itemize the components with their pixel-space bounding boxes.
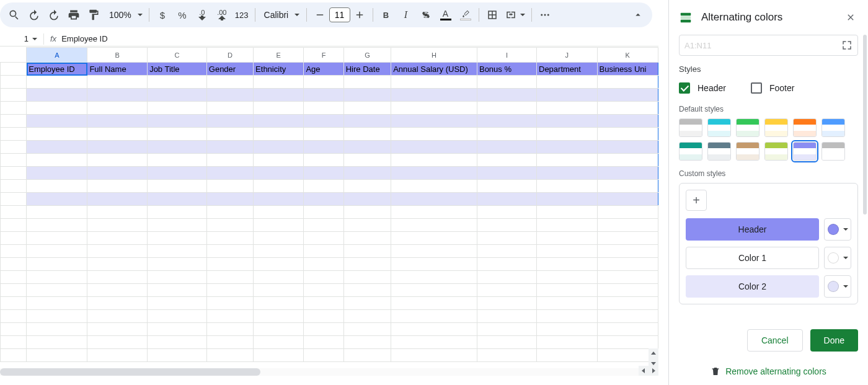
- cell[interactable]: [537, 258, 598, 271]
- cell[interactable]: [477, 310, 536, 323]
- name-box-dropdown[interactable]: [32, 38, 37, 40]
- cell[interactable]: [343, 323, 391, 336]
- cell[interactable]: [254, 323, 304, 336]
- decrease-decimal-button[interactable]: .0: [193, 6, 211, 24]
- merge-cells-dropdown[interactable]: [503, 6, 528, 24]
- cell[interactable]: [206, 245, 253, 258]
- cell[interactable]: [391, 232, 477, 245]
- cell[interactable]: [537, 115, 598, 128]
- cell[interactable]: [304, 154, 343, 167]
- cell[interactable]: [148, 219, 207, 232]
- cell[interactable]: Ethnicity: [254, 63, 304, 76]
- cell[interactable]: [477, 128, 536, 141]
- cell[interactable]: Full Name: [87, 63, 148, 76]
- column-header[interactable]: F: [304, 48, 343, 63]
- cell[interactable]: [254, 310, 304, 323]
- cell[interactable]: [87, 167, 148, 180]
- cell[interactable]: [343, 89, 391, 102]
- column-header[interactable]: D: [206, 48, 253, 63]
- cell[interactable]: [148, 141, 207, 154]
- cell[interactable]: [148, 323, 207, 336]
- apply-range-input[interactable]: A1:N11: [679, 35, 858, 56]
- cell[interactable]: [304, 336, 343, 349]
- cell[interactable]: [343, 193, 391, 206]
- cell[interactable]: [477, 258, 536, 271]
- cell[interactable]: [537, 271, 598, 284]
- column-header[interactable]: J: [537, 48, 598, 63]
- column-header[interactable]: A: [27, 48, 87, 63]
- cell[interactable]: [343, 167, 391, 180]
- cell[interactable]: [27, 167, 87, 180]
- spreadsheet-grid[interactable]: ABCDEFGHIJKEmployee IDFull NameJob Title…: [0, 47, 658, 376]
- cell[interactable]: [254, 245, 304, 258]
- cell[interactable]: [477, 180, 536, 193]
- color2-picker[interactable]: [824, 275, 851, 298]
- cell[interactable]: [148, 297, 207, 310]
- cell[interactable]: [87, 128, 148, 141]
- font-family-dropdown[interactable]: Calibri: [259, 6, 303, 24]
- cell[interactable]: [27, 180, 87, 193]
- cell[interactable]: [537, 323, 598, 336]
- cell[interactable]: [391, 219, 477, 232]
- cell[interactable]: [87, 310, 148, 323]
- cell[interactable]: [537, 297, 598, 310]
- preset-swatch[interactable]: [793, 142, 817, 161]
- cell[interactable]: [343, 297, 391, 310]
- cell[interactable]: [343, 232, 391, 245]
- cell[interactable]: [206, 76, 253, 89]
- cell[interactable]: [343, 245, 391, 258]
- cell[interactable]: [27, 219, 87, 232]
- cell[interactable]: [206, 297, 253, 310]
- cell[interactable]: [87, 102, 148, 115]
- cell[interactable]: [477, 271, 536, 284]
- cell[interactable]: [304, 115, 343, 128]
- cell[interactable]: [304, 128, 343, 141]
- horizontal-scrollbar[interactable]: [0, 368, 658, 376]
- cell[interactable]: [254, 154, 304, 167]
- cell[interactable]: [27, 128, 87, 141]
- cell[interactable]: [254, 297, 304, 310]
- cell[interactable]: [148, 89, 207, 102]
- increase-font-size-button[interactable]: [350, 6, 369, 24]
- cell[interactable]: [254, 349, 304, 362]
- decrease-font-size-button[interactable]: [311, 6, 329, 24]
- scroll-thumb[interactable]: [0, 368, 260, 376]
- cell[interactable]: [343, 180, 391, 193]
- cell[interactable]: [87, 154, 148, 167]
- cell[interactable]: [27, 349, 87, 362]
- color1-picker[interactable]: [824, 247, 851, 269]
- cell[interactable]: [206, 154, 253, 167]
- sidebar-scrollbar[interactable]: [863, 35, 867, 215]
- cell[interactable]: [254, 128, 304, 141]
- cell[interactable]: [477, 115, 536, 128]
- cell[interactable]: [87, 219, 148, 232]
- cell[interactable]: [148, 193, 207, 206]
- cell[interactable]: [477, 284, 536, 297]
- print-button[interactable]: [64, 6, 83, 24]
- cell[interactable]: [254, 206, 304, 219]
- cell[interactable]: [87, 89, 148, 102]
- name-box[interactable]: 1: [0, 32, 31, 46]
- cell[interactable]: [148, 284, 207, 297]
- preset-swatch[interactable]: [679, 118, 702, 137]
- cell[interactable]: [206, 310, 253, 323]
- redo-button[interactable]: [45, 6, 63, 24]
- cell[interactable]: [537, 128, 598, 141]
- cell[interactable]: [391, 336, 477, 349]
- cell[interactable]: [27, 245, 87, 258]
- cell[interactable]: [87, 349, 148, 362]
- font-size-input[interactable]: [329, 7, 350, 22]
- cell[interactable]: [87, 245, 148, 258]
- cell[interactable]: [391, 76, 477, 89]
- more-button[interactable]: [536, 6, 554, 24]
- cell[interactable]: [206, 128, 253, 141]
- cell[interactable]: [87, 180, 148, 193]
- cell[interactable]: [477, 323, 536, 336]
- cell[interactable]: [537, 102, 598, 115]
- cell[interactable]: [304, 89, 343, 102]
- borders-button[interactable]: [483, 6, 502, 24]
- cell[interactable]: [343, 271, 391, 284]
- cell[interactable]: [148, 76, 207, 89]
- cell[interactable]: [27, 271, 87, 284]
- cell[interactable]: Annual Salary (USD): [391, 63, 477, 76]
